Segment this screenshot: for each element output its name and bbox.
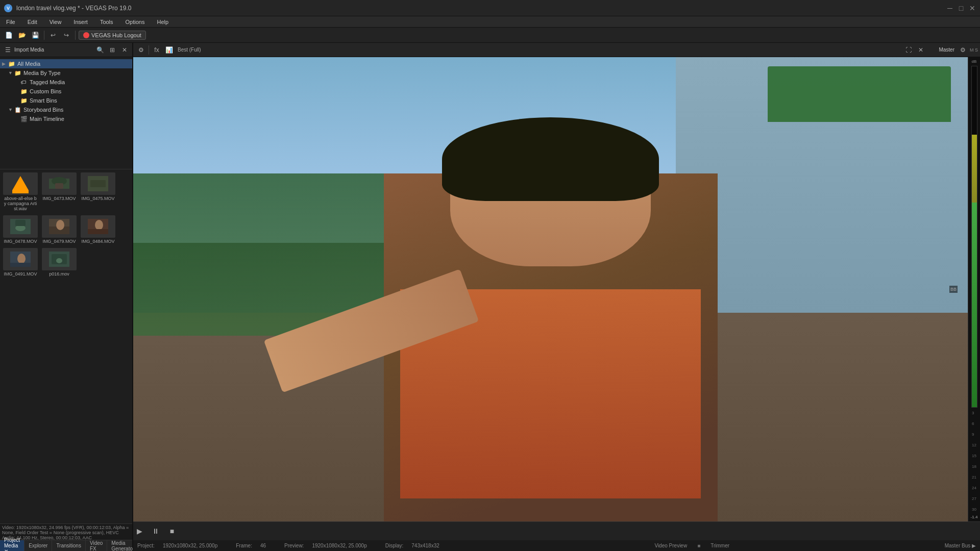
stop-button[interactable]: ■ (166, 525, 178, 537)
frame-label: Frame: (236, 543, 252, 548)
media-thumbnail-0473 (42, 172, 77, 195)
preview-close-button[interactable]: ✕ (915, 44, 926, 56)
media-item-wav[interactable]: above-all-else by campagna Artist.wav (2, 171, 39, 212)
vu-24: 24 (972, 486, 976, 490)
media-label-0479: IMG_0479.MOV (42, 239, 76, 244)
tree-item-media-by-type[interactable]: ▼ 📁 Media By Type (0, 68, 132, 78)
tree-arrow: ▶ (2, 61, 8, 66)
media-item-0491[interactable]: IMG_0491.MOV (2, 247, 39, 278)
svg-rect-2 (55, 183, 63, 189)
tree-item-all-media[interactable]: ▶ 📁 All Media (0, 59, 132, 68)
media-thumbnail-0491 (3, 248, 38, 270)
preview-monitor: BB (133, 57, 968, 521)
tree-label-custom: Custom Bins (30, 88, 61, 94)
close-button[interactable]: ✕ (969, 5, 976, 12)
tab-explorer[interactable]: Explorer (24, 540, 52, 551)
vu-21: 21 (972, 475, 976, 480)
hub-button[interactable]: VEGAS Hub Logout (79, 31, 146, 40)
window-title: london travel vlog.veg * - VEGAS Pro 19.… (16, 5, 946, 12)
media-thumbnail-0478 (3, 215, 38, 238)
frame-value: 46 (260, 543, 266, 548)
tree-item-main-timeline[interactable]: 🎬 Main Timeline (0, 114, 132, 123)
menu-insert[interactable]: Insert (71, 18, 90, 26)
media-thumbnail-0475 (81, 172, 115, 195)
tree-label-media-by-type: Media By Type (23, 70, 61, 76)
vu-30: 30 (972, 507, 976, 512)
media-label-0484: IMG_0484.MOV (81, 239, 114, 244)
media-panel: ☰ Import Media 🔍 ⊞ ✕ ▶ 📁 All Media ▼ 📁 M… (0, 43, 133, 551)
preview-fx-button[interactable]: fx (151, 44, 162, 56)
minimize-button[interactable]: ─ (946, 5, 953, 12)
media-item-0479[interactable]: IMG_0479.MOV (41, 214, 78, 245)
trimmer-label: Trimmer (710, 543, 729, 548)
open-button[interactable]: 📂 (16, 30, 28, 41)
tree-item-smart-bins[interactable]: 📁 Smart Bins (0, 96, 132, 105)
vu-yellow (972, 135, 977, 203)
tree-item-storyboard-bins[interactable]: ▼ 📋 Storyboard Bins (0, 105, 132, 114)
media-thumbnail-wav (3, 172, 38, 195)
media-grid: above-all-else by campagna Artist.wav IM… (2, 171, 130, 278)
media-item-0473[interactable]: IMG_0473.MOV (41, 171, 78, 212)
preview-panel: ⚙ fx 📊 Best (Full) ⛶ ✕ Master ⚙ M S (133, 43, 980, 551)
tree-label-all-media: All Media (17, 61, 40, 67)
quality-label: Best (Full) (176, 47, 203, 53)
preview-scope-button[interactable]: 📊 (163, 44, 175, 56)
menu-file[interactable]: File (4, 18, 17, 26)
media-item-0475[interactable]: IMG_0475.MOV (80, 171, 116, 212)
media-view-button[interactable]: ⊞ (107, 44, 118, 56)
media-content: above-all-else by campagna Artist.wav IM… (0, 169, 132, 523)
menu-view[interactable]: View (47, 18, 64, 26)
tree-item-tagged-media[interactable]: 🏷 Tagged Media (0, 78, 132, 87)
new-project-button[interactable]: 📄 (3, 30, 14, 41)
toolbar-separator-2 (75, 31, 76, 40)
master-label: Master (937, 47, 957, 53)
folder-media-type-icon: 📁 (14, 70, 21, 77)
display-info: 743x418x32 (411, 543, 439, 548)
app-icon: V (4, 4, 12, 12)
tree-label-storyboard: Storyboard Bins (23, 107, 63, 113)
window-controls: ─ □ ✕ (946, 5, 976, 12)
play-button[interactable]: ▶ (133, 525, 145, 537)
preview-settings-button[interactable]: ⚙ (135, 44, 146, 56)
media-item-0478[interactable]: IMG_0478.MOV (2, 214, 39, 245)
media-options-button[interactable]: ☰ (2, 44, 13, 56)
maximize-button[interactable]: □ (958, 5, 965, 12)
master-settings-button[interactable]: ⚙ (958, 44, 969, 56)
menu-tools[interactable]: Tools (98, 18, 115, 26)
media-tree: ▶ 📁 All Media ▼ 📁 Media By Type 🏷 Tagged… (0, 57, 132, 169)
hub-icon (83, 32, 89, 38)
tree-label-tagged: Tagged Media (30, 79, 65, 85)
tab-project-media[interactable]: Project Media ✕ (0, 540, 24, 551)
preview-fullscreen-button[interactable]: ⛶ (903, 44, 914, 56)
redo-button[interactable]: ↪ (61, 30, 72, 41)
tree-arrow-storyboard: ▼ (8, 107, 14, 112)
media-item-p016[interactable]: p016.mov (41, 247, 78, 278)
media-item-0484[interactable]: IMG_0484.MOV (80, 214, 116, 245)
menu-options[interactable]: Options (124, 18, 147, 26)
tree-item-custom-bins[interactable]: 📁 Custom Bins (0, 87, 132, 96)
svg-point-19 (56, 258, 62, 263)
master-ms-label: M S (970, 47, 978, 53)
media-thumbnail-p016 (42, 248, 77, 270)
vu-label: dB (972, 59, 977, 64)
save-button[interactable]: 💾 (30, 30, 41, 41)
media-close-button[interactable]: ✕ (119, 44, 130, 56)
main-content: ☰ Import Media 🔍 ⊞ ✕ ▶ 📁 All Media ▼ 📁 M… (0, 43, 980, 551)
project-info: 1920x1080x32, 25.000p (163, 543, 217, 548)
media-search-button[interactable]: 🔍 (94, 44, 106, 56)
svg-point-10 (56, 220, 64, 230)
vu-meter: dB 3 6 9 12 15 (968, 57, 980, 521)
svg-rect-13 (88, 229, 108, 234)
tab-video-fx[interactable]: Video FX (86, 540, 107, 551)
preview-info: 1920x1080x32, 25.000p (312, 543, 366, 548)
vu-18: 18 (972, 464, 976, 469)
media-label-0491: IMG_0491.MOV (4, 271, 37, 277)
menu-edit[interactable]: Edit (26, 18, 39, 26)
tab-transitions[interactable]: Transitions (52, 540, 86, 551)
media-thumbnail-0484 (81, 215, 115, 238)
pause-button[interactable]: ⏸ (150, 525, 162, 537)
menu-help[interactable]: Help (155, 18, 170, 26)
vu-15: 15 (972, 454, 976, 458)
video-preview-label: Video Preview (654, 543, 687, 548)
undo-button[interactable]: ↩ (47, 30, 59, 41)
